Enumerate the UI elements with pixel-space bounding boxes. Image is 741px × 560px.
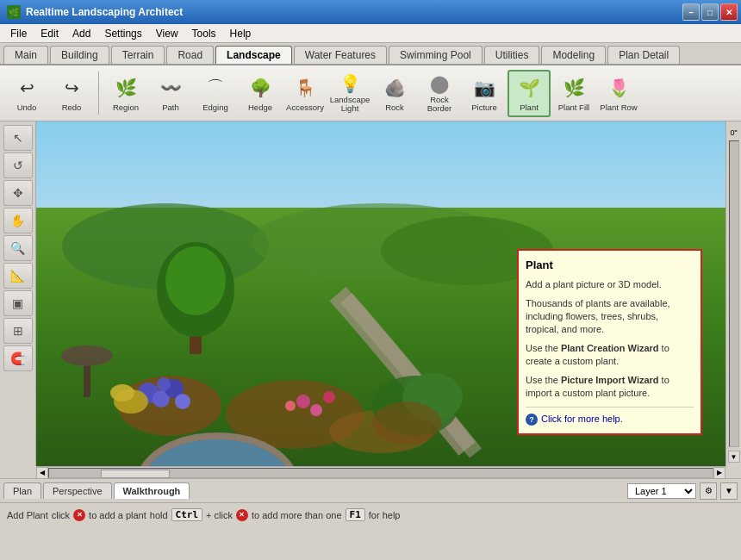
tool-rock[interactable]: 🪨 Rock: [373, 70, 416, 117]
menu-edit[interactable]: Edit: [34, 26, 65, 41]
status-part3: hold: [150, 510, 168, 520]
layer-settings-btn[interactable]: ⚙: [700, 482, 717, 500]
undo-button[interactable]: ↩ Undo: [5, 70, 48, 117]
h-scroll-track[interactable]: [48, 468, 713, 478]
rotate-tool[interactable]: ↺: [3, 152, 33, 178]
grid-tool[interactable]: ⊞: [3, 318, 33, 344]
redo-label: Redo: [62, 103, 82, 112]
bottom-tabs: Plan Perspective Walkthrough Layer 1 Lay…: [0, 478, 741, 502]
right-ruler: 0" ▼: [725, 121, 741, 466]
tool-rock-border[interactable]: ⬤ Rock Border: [418, 70, 461, 117]
menu-help[interactable]: Help: [223, 26, 258, 41]
zoom-tool[interactable]: 🔍: [3, 235, 33, 261]
frame-tool[interactable]: ▣: [3, 290, 33, 316]
tab-perspective[interactable]: Perspective: [43, 482, 111, 499]
v-scroll-track[interactable]: [729, 140, 739, 447]
tab-walkthrough[interactable]: Walkthrough: [114, 482, 190, 499]
tooltip-line3: Use the Plant Creation Wizard to create …: [526, 342, 694, 369]
menu-settings[interactable]: Settings: [97, 26, 148, 41]
layer-toggle-btn[interactable]: ▼: [720, 482, 738, 500]
menu-view[interactable]: View: [149, 26, 185, 41]
toolbar: ↩ Undo ↪ Redo 🌿 Region 〰️ Path ⌒ Edging …: [0, 65, 741, 121]
tool-region[interactable]: 🌿 Region: [104, 70, 147, 117]
tooltip-help-label: Click for more help.: [541, 413, 623, 426]
plant-icon: 🌱: [515, 74, 543, 102]
status-key-ctrl: Ctrl: [171, 508, 203, 521]
measure-tool[interactable]: 📐: [3, 263, 33, 289]
tab-building[interactable]: Building: [50, 46, 109, 64]
edging-icon: ⌒: [202, 74, 229, 102]
status-part6: for help: [369, 510, 401, 520]
tab-modeling[interactable]: Modeling: [541, 46, 606, 64]
tab-terrain[interactable]: Terrain: [111, 46, 165, 64]
redo-button[interactable]: ↪ Redo: [50, 70, 93, 117]
tab-landscape[interactable]: Landscape: [215, 46, 292, 64]
main-tabs: Main Building Terrain Road Landscape Wat…: [0, 43, 741, 65]
tooltip-line2: Thousands of plants are available, inclu…: [526, 297, 694, 337]
maximize-button[interactable]: □: [701, 3, 719, 21]
app-icon: 🌿: [7, 5, 21, 19]
region-icon: 🌿: [112, 74, 140, 102]
close-button[interactable]: ✕: [720, 3, 738, 21]
menu-add[interactable]: Add: [65, 26, 97, 41]
hedge-label: Hedge: [248, 103, 272, 112]
tab-swimming-pool[interactable]: Swimming Pool: [389, 46, 483, 64]
landscape-light-icon: 💡: [336, 73, 364, 94]
menu-tools[interactable]: Tools: [185, 26, 223, 41]
path-label: Path: [162, 103, 179, 112]
layer-select-group: Layer 1 Layer 2 Layer 3 ⚙ ▼: [627, 482, 738, 500]
ruler-value: 0": [730, 128, 737, 137]
minimize-button[interactable]: –: [682, 3, 700, 21]
left-tools: ↖ ↺ ✥ ✋ 🔍 📐 ▣ ⊞ 🧲: [0, 121, 36, 466]
plant-row-label: Plant Row: [600, 103, 637, 112]
layer-dropdown[interactable]: Layer 1 Layer 2 Layer 3: [627, 483, 696, 499]
status-action: Add Plant: [7, 510, 48, 520]
tab-water-features[interactable]: Water Features: [294, 46, 387, 64]
tool-picture[interactable]: 📷 Picture: [463, 70, 506, 117]
tool-plant-row[interactable]: 🌷 Plant Row: [597, 70, 640, 117]
select-tool[interactable]: ↖: [3, 125, 33, 151]
plant-row-icon: 🌷: [605, 74, 632, 102]
rock-border-icon: ⬤: [426, 73, 453, 94]
snap-tool[interactable]: 🧲: [3, 345, 33, 371]
path-icon: 〰️: [157, 74, 184, 102]
hand-tool[interactable]: ✋: [3, 208, 33, 233]
tooltip-wizard1: Plant Creation Wizard: [561, 343, 659, 353]
h-scroll-right[interactable]: ▶: [713, 467, 725, 479]
plant-fill-label: Plant Fill: [558, 103, 589, 112]
undo-icon: ↩: [13, 74, 40, 102]
tab-utilities[interactable]: Utilities: [484, 46, 540, 64]
tab-plan-detail[interactable]: Plan Detail: [607, 46, 680, 64]
status-part1: click: [52, 510, 70, 520]
landscape-light-label: Landscape Light: [330, 96, 370, 114]
hedge-icon: 🌳: [246, 74, 274, 102]
tool-accessory[interactable]: 🪑 Accessory: [283, 70, 327, 117]
h-scroll-thumb[interactable]: [101, 470, 170, 478]
status-icon-2: ✕: [236, 509, 248, 521]
tool-path[interactable]: 〰️ Path: [149, 70, 192, 117]
v-scroll-down[interactable]: ▼: [728, 451, 740, 463]
tool-plant[interactable]: 🌱 Plant: [507, 70, 551, 117]
main-area: ↖ ↺ ✥ ✋ 🔍 📐 ▣ ⊞ 🧲: [0, 121, 741, 466]
status-icon-1: ✕: [73, 509, 85, 521]
tool-hedge[interactable]: 🌳 Hedge: [239, 70, 282, 117]
menu-file[interactable]: File: [3, 26, 34, 41]
tooltip-title: Plant: [526, 258, 694, 273]
tab-plan[interactable]: Plan: [3, 482, 41, 499]
move-tool[interactable]: ✥: [3, 180, 33, 206]
status-part5: to add more than one: [252, 510, 342, 520]
accessory-label: Accessory: [286, 103, 324, 112]
h-scroll-left[interactable]: ◀: [36, 467, 48, 479]
tool-edging[interactable]: ⌒ Edging: [194, 70, 237, 117]
status-key-f1: F1: [346, 508, 365, 521]
tooltip-help-link[interactable]: ? Click for more help.: [526, 407, 694, 426]
rock-label: Rock: [385, 103, 404, 112]
tooltip-popup: Plant Add a plant picture or 3D model. T…: [517, 249, 702, 435]
accessory-icon: 🪑: [291, 74, 319, 102]
tool-plant-fill[interactable]: 🌿 Plant Fill: [552, 70, 595, 117]
tab-main[interactable]: Main: [3, 46, 48, 64]
tab-road[interactable]: Road: [166, 46, 214, 64]
canvas-area[interactable]: Plant Add a plant picture or 3D model. T…: [36, 121, 741, 466]
plant-label: Plant: [520, 103, 539, 112]
tool-landscape-light[interactable]: 💡 Landscape Light: [328, 70, 371, 117]
